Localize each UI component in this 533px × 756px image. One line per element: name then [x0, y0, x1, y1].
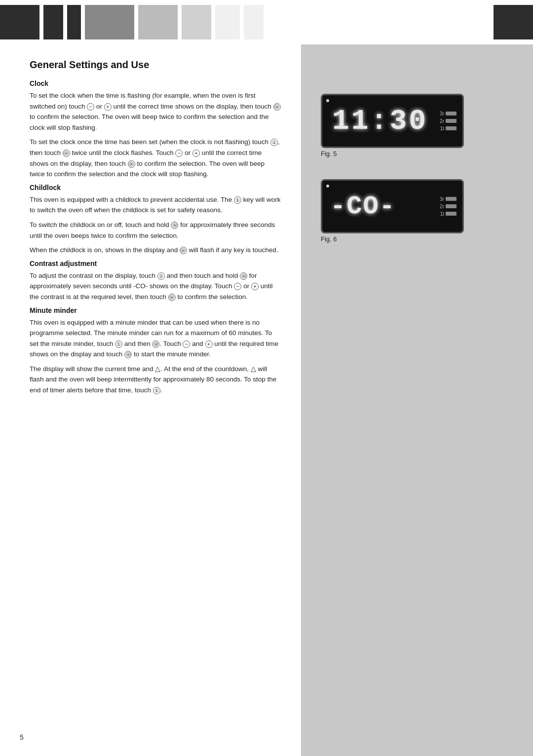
- bar-label-1t: 1t: [440, 126, 444, 131]
- sidebar-row-1t: 1t: [440, 126, 457, 131]
- figure-6-container: -CO- 3r 2r 1t Fig.: [321, 179, 474, 255]
- childlock-para3: When the childlock is on, shows in the d…: [30, 245, 281, 256]
- f6-bar-label-3r: 3r: [440, 196, 444, 202]
- contrast-para1: To adjust the contrast on the display, t…: [30, 270, 281, 302]
- header-sq-7: [215, 5, 240, 39]
- minute-minder-para1: This oven is equipped with a minute mind…: [30, 317, 281, 360]
- f6-side-rect-3r: [446, 197, 457, 201]
- clock-para2: To set the clock once the time has been …: [30, 137, 281, 179]
- header-sq-3: [67, 5, 81, 39]
- f6-bar-label-2r: 2r: [440, 204, 444, 209]
- header-sq-5: [138, 5, 178, 39]
- header-sq-4: [85, 5, 134, 39]
- clock-para1: To set the clock when the time is flashi…: [30, 90, 281, 133]
- figure-6-sidebars: 3r 2r 1t: [440, 196, 457, 217]
- side-rect-2r: [446, 119, 457, 123]
- figure-5-display-box: 11:30 3r 2r 1t: [321, 94, 464, 148]
- figure-5-label: Fig. 5: [321, 150, 474, 157]
- section-contrast: Contrast adjustment To adjust the contra…: [30, 260, 281, 302]
- minute-minder-heading: Minute minder: [30, 306, 281, 314]
- clock-heading: Clock: [30, 79, 281, 87]
- f6-sidebar-row-1t: 1t: [440, 211, 457, 217]
- header-sq-2: [43, 5, 63, 39]
- right-sidebar: 11:30 3r 2r 1t Fig.: [301, 44, 533, 756]
- figure-6-text: -CO-: [330, 192, 396, 221]
- dot-indicator-5: [326, 99, 329, 102]
- figure-5-text: 11:30: [332, 105, 428, 137]
- side-rect-3r: [446, 112, 457, 115]
- figure-6-display-box: -CO- 3r 2r 1t: [321, 179, 464, 233]
- f6-sidebar-row-2r: 2r: [440, 204, 457, 209]
- header-sq-6: [182, 5, 211, 39]
- figure-5-sidebars: 3r 2r 1t: [440, 111, 457, 131]
- page-number: 5: [20, 733, 24, 741]
- section-minute-minder: Minute minder This oven is equipped with…: [30, 306, 281, 396]
- minute-minder-para2: The display will show the current time a…: [30, 364, 281, 396]
- bar-label-2r: 2r: [440, 118, 444, 124]
- section-clock: Clock To set the clock when the time is …: [30, 79, 281, 180]
- header-sq-9: [494, 5, 533, 39]
- page-title: General Settings and Use: [30, 59, 281, 71]
- header-bar: [0, 0, 533, 44]
- header-sq-8: [244, 5, 264, 39]
- bar-label-3r: 3r: [440, 111, 444, 116]
- figure-5-display: 11:30: [328, 105, 440, 137]
- f6-sidebar-row-3r: 3r: [440, 196, 457, 202]
- childlock-para2: To switch the childlock on or off, touch…: [30, 220, 281, 241]
- sidebar-row-3r: 3r: [440, 111, 457, 116]
- header-sq-1: [0, 5, 39, 39]
- figure-5-container: 11:30 3r 2r 1t Fig.: [321, 94, 474, 169]
- dot-indicator-6: [326, 185, 329, 188]
- f6-side-rect-2r: [446, 204, 457, 208]
- header-squares: [0, 5, 533, 39]
- sidebar-row-2r: 2r: [440, 118, 457, 124]
- childlock-para1: This oven is equipped with a childlock t…: [30, 194, 281, 216]
- side-rect-1t: [446, 126, 457, 130]
- figure-6-display: -CO-: [328, 192, 440, 221]
- f6-side-rect-1t: [446, 212, 457, 216]
- figure-6-label: Fig. 6: [321, 235, 474, 243]
- contrast-heading: Contrast adjustment: [30, 260, 281, 267]
- main-container: General Settings and Use Clock To set th…: [0, 44, 533, 756]
- section-childlock: Childlock This oven is equipped with a c…: [30, 184, 281, 256]
- childlock-heading: Childlock: [30, 184, 281, 191]
- f6-bar-label-1t: 1t: [440, 211, 444, 217]
- content-area: General Settings and Use Clock To set th…: [0, 44, 301, 756]
